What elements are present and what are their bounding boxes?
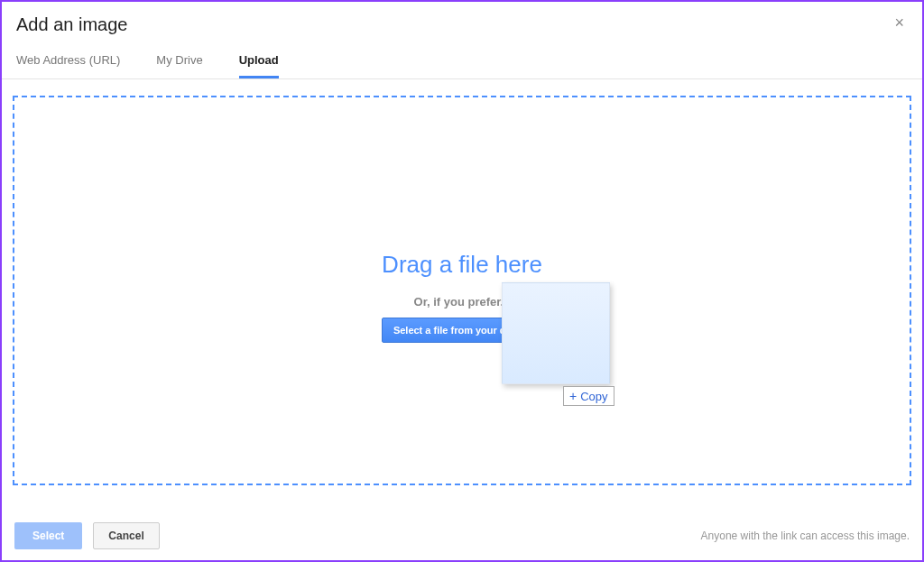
select-button[interactable]: Select xyxy=(14,522,82,549)
tab-web-address[interactable]: Web Address (URL) xyxy=(16,44,120,78)
access-disclaimer: Anyone with the link can access this ima… xyxy=(701,530,910,542)
tab-upload[interactable]: Upload xyxy=(239,44,279,78)
drag-file-heading: Drag a file here xyxy=(382,251,542,279)
close-icon[interactable]: × xyxy=(891,14,908,31)
tabs-bar: Web Address (URL) My Drive Upload xyxy=(2,44,922,79)
copy-tooltip-label: Copy xyxy=(580,390,607,403)
tab-my-drive[interactable]: My Drive xyxy=(156,44,202,78)
upload-dropzone[interactable]: Drag a file here Or, if you prefer... Se… xyxy=(13,96,911,485)
footer-buttons: Select Cancel xyxy=(14,522,160,549)
dialog-title: Add an image xyxy=(16,14,127,35)
or-prefer-text: Or, if you prefer... xyxy=(414,295,511,309)
drag-preview-thumbnail[interactable] xyxy=(502,282,610,384)
cancel-button[interactable]: Cancel xyxy=(93,522,159,549)
copy-tooltip: + Copy xyxy=(563,386,614,406)
dialog-footer: Select Cancel Anyone with the link can a… xyxy=(2,511,922,560)
content-area: Drag a file here Or, if you prefer... Se… xyxy=(2,79,922,502)
plus-icon: + xyxy=(569,389,577,403)
dialog-header: Add an image × xyxy=(2,2,922,44)
